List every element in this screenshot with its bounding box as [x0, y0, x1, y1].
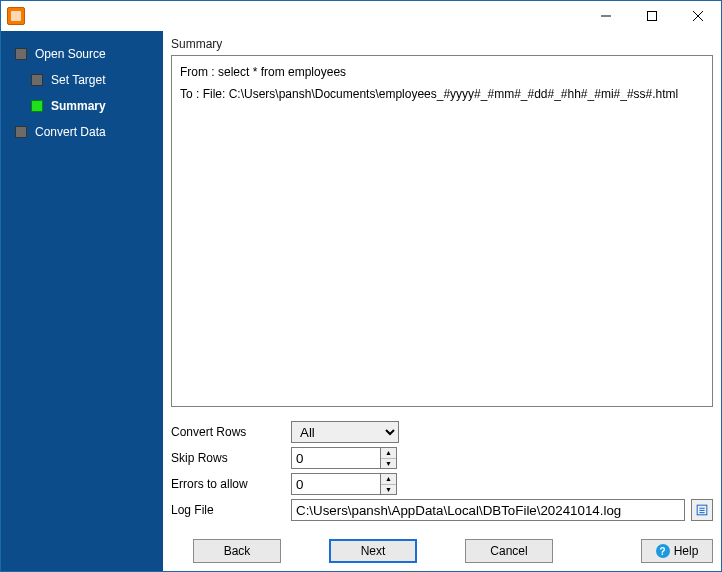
svg-rect-1	[648, 12, 657, 21]
close-button[interactable]	[675, 1, 721, 31]
maximize-button[interactable]	[629, 1, 675, 31]
step-box-icon	[15, 48, 27, 60]
convert-rows-select[interactable]: All	[291, 421, 399, 443]
close-icon	[693, 11, 703, 21]
help-icon: ?	[656, 544, 670, 558]
skip-rows-input[interactable]	[291, 447, 381, 469]
sidebar-item-open-source[interactable]: Open Source	[1, 41, 163, 67]
skip-rows-label: Skip Rows	[171, 451, 291, 465]
minimize-button[interactable]	[583, 1, 629, 31]
maximize-icon	[647, 11, 657, 21]
help-button[interactable]: ? Help	[641, 539, 713, 563]
browse-icon	[695, 503, 709, 517]
summary-to-line: To : File: C:\Users\pansh\Documents\empl…	[180, 84, 704, 106]
back-button[interactable]: Back	[193, 539, 281, 563]
step-box-icon	[15, 126, 27, 138]
log-file-input[interactable]	[291, 499, 685, 521]
convert-rows-label: Convert Rows	[171, 425, 291, 439]
titlebar	[1, 1, 721, 31]
sidebar-item-label: Summary	[51, 99, 106, 113]
wizard-footer: Back Next Cancel ? Help	[163, 531, 721, 571]
skip-rows-up[interactable]: ▲	[381, 448, 396, 458]
log-file-label: Log File	[171, 503, 291, 517]
app-icon	[7, 7, 25, 25]
panel-title: Summary	[163, 31, 721, 55]
sidebar-item-label: Set Target	[51, 73, 105, 87]
errors-allow-input[interactable]	[291, 473, 381, 495]
step-box-icon	[31, 100, 43, 112]
wizard-sidebar: Open Source Set Target Summary Convert D…	[1, 31, 163, 571]
sidebar-item-label: Convert Data	[35, 125, 106, 139]
errors-allow-up[interactable]: ▲	[381, 474, 396, 484]
main-panel: Summary From : select * from employees T…	[163, 31, 721, 571]
log-file-browse-button[interactable]	[691, 499, 713, 521]
next-button[interactable]: Next	[329, 539, 417, 563]
errors-allow-down[interactable]: ▼	[381, 484, 396, 495]
window-controls	[583, 1, 721, 31]
summary-textarea[interactable]: From : select * from employees To : File…	[171, 55, 713, 407]
sidebar-item-label: Open Source	[35, 47, 106, 61]
sidebar-item-summary[interactable]: Summary	[1, 93, 163, 119]
options-form: Convert Rows All Skip Rows ▲ ▼	[163, 415, 721, 531]
step-box-icon	[31, 74, 43, 86]
sidebar-item-set-target[interactable]: Set Target	[1, 67, 163, 93]
sidebar-item-convert-data[interactable]: Convert Data	[1, 119, 163, 145]
app-window: Open Source Set Target Summary Convert D…	[0, 0, 722, 572]
cancel-button[interactable]: Cancel	[465, 539, 553, 563]
errors-allow-label: Errors to allow	[171, 477, 291, 491]
summary-from-line: From : select * from employees	[180, 62, 704, 84]
skip-rows-down[interactable]: ▼	[381, 458, 396, 469]
minimize-icon	[601, 11, 611, 21]
help-button-label: Help	[674, 544, 699, 558]
